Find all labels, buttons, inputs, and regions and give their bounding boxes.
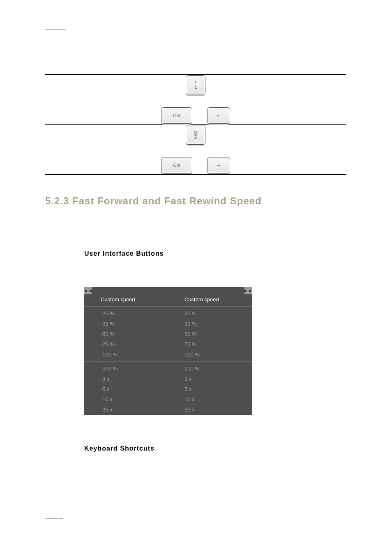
subheading-keyboard-shortcuts: Keyboard Shortcuts <box>84 445 154 452</box>
menu-separator <box>168 361 252 362</box>
section-heading: 5.2.3 Fast Forward and Fast Rewind Speed <box>45 195 262 207</box>
menu-item-speed[interactable]: -33 % <box>84 319 168 329</box>
key-cell: ! 1 Ctrl ← <box>45 75 346 124</box>
menu-item-custom-speed[interactable]: Custom speed <box>168 294 252 305</box>
menu-item-speed[interactable]: 35 x <box>168 405 252 415</box>
table-bottom-border <box>45 174 346 175</box>
rewind-menu: ◄◄ Custom speed -25 % -33 % -50 % -75 % … <box>84 287 168 415</box>
rewind-icon-glyph: ◄◄ <box>83 288 92 293</box>
forward-icon-glyph: ►► <box>244 288 253 293</box>
menu-item-speed[interactable]: 75 % <box>168 339 252 349</box>
key-2: @ 2 <box>186 125 205 145</box>
key-ctrl: Ctrl <box>161 107 192 124</box>
menu-separator <box>168 306 252 307</box>
menu-item-speed[interactable]: 200 % <box>168 363 252 374</box>
key-upper-label: @ <box>194 131 198 135</box>
key-ctrl: Ctrl <box>161 157 192 173</box>
key-arrow-left: ← <box>207 107 230 124</box>
document-page: ! 1 Ctrl ← @ 2 Ctrl → <box>0 0 392 555</box>
speed-menus: ◄◄ Custom speed -25 % -33 % -50 % -75 % … <box>84 287 252 415</box>
menu-item-speed[interactable]: -25 % <box>84 308 168 319</box>
shortcut-table: ! 1 Ctrl ← @ 2 Ctrl → <box>45 74 346 175</box>
key-1: ! 1 <box>186 75 205 95</box>
menu-item-speed[interactable]: 33 % <box>168 319 252 329</box>
menu-item-speed[interactable]: 100 % <box>168 349 252 360</box>
menu-separator <box>84 306 168 307</box>
menu-item-speed[interactable]: 10 x <box>168 394 252 405</box>
header-rule <box>45 30 66 30</box>
menu-item-speed[interactable]: -3 x <box>84 374 168 384</box>
key-lower-label: 1 <box>194 85 197 90</box>
key-arrow-right: → <box>207 157 230 173</box>
menu-item-custom-speed[interactable]: Custom speed <box>84 294 168 305</box>
subheading-ui-buttons: User Interface Buttons <box>84 250 164 257</box>
menu-item-speed[interactable]: 50 % <box>168 329 252 339</box>
key-combo: Ctrl ← <box>161 107 230 124</box>
menu-item-speed[interactable]: -5 x <box>84 384 168 394</box>
key-lower-label: 2 <box>194 135 197 139</box>
forward-menu-header-row: ►► <box>168 287 252 294</box>
key-upper-label: ! <box>195 81 196 85</box>
menu-item-speed[interactable]: -200 % <box>84 363 168 374</box>
forward-icon[interactable]: ►► <box>244 287 252 294</box>
menu-item-speed[interactable]: -75 % <box>84 339 168 349</box>
rewind-menu-header-row: ◄◄ <box>84 287 168 294</box>
menu-separator <box>84 361 168 362</box>
table-row: @ 2 Ctrl → <box>45 125 346 174</box>
menu-item-speed[interactable]: -10 x <box>84 394 168 405</box>
key-combo: Ctrl → <box>161 157 230 173</box>
menu-item-speed[interactable]: 5 x <box>168 384 252 394</box>
menu-item-speed[interactable]: 25 % <box>168 308 252 319</box>
footer-rule <box>45 518 63 518</box>
rewind-icon[interactable]: ◄◄ <box>84 287 92 294</box>
menu-item-speed[interactable]: -35 x <box>84 405 168 415</box>
menu-item-speed[interactable]: 3 x <box>168 374 252 384</box>
forward-menu: ►► Custom speed 25 % 33 % 50 % 75 % 100 … <box>168 287 252 415</box>
key-cell: @ 2 Ctrl → <box>45 125 346 173</box>
menu-item-speed[interactable]: -100 % <box>84 349 168 360</box>
menu-item-speed[interactable]: -50 % <box>84 329 168 339</box>
table-row: ! 1 Ctrl ← <box>45 75 346 124</box>
